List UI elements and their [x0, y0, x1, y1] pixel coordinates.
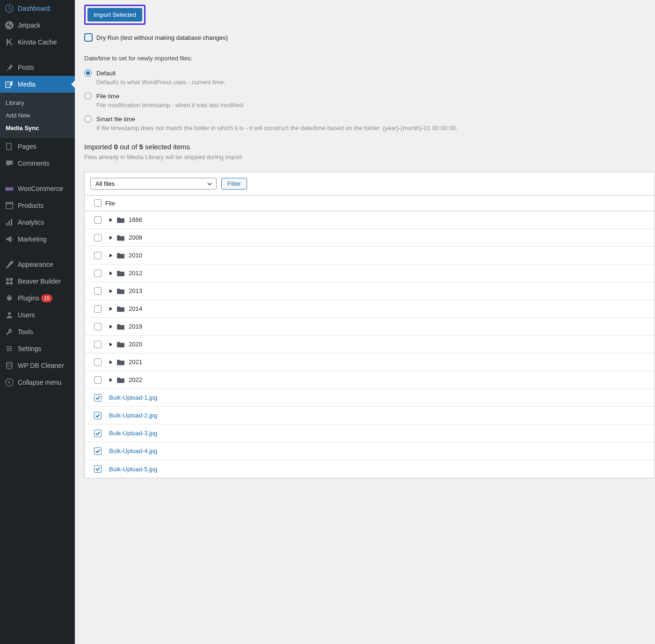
- table-row: 1666: [85, 211, 655, 229]
- folder-name[interactable]: 2013: [116, 287, 649, 294]
- status-done: 0: [114, 143, 117, 151]
- svg-text:WOO: WOO: [6, 188, 13, 190]
- row-checkbox[interactable]: [94, 305, 102, 313]
- sidebar-item-dashboard[interactable]: Dashboard: [0, 0, 75, 17]
- sidebar-item-marketing[interactable]: Marketing: [0, 231, 75, 248]
- sidebar-item-products[interactable]: Products: [0, 197, 75, 214]
- row-checkbox[interactable]: [94, 287, 102, 295]
- import-selected-button[interactable]: Import Selected: [87, 8, 142, 22]
- expand-toggle[interactable]: [105, 235, 116, 240]
- row-checkbox[interactable]: [94, 323, 102, 330]
- sidebar-item-kinsta-cache[interactable]: Kinsta Cache: [0, 34, 75, 51]
- row-checkbox[interactable]: [94, 359, 102, 366]
- svg-rect-3: [7, 143, 11, 150]
- sidebar-item-tools[interactable]: Tools: [0, 323, 75, 340]
- folder-name[interactable]: 2020: [116, 341, 649, 348]
- file-link[interactable]: Bulk-Upload-2.jpg: [109, 412, 157, 419]
- sidebar-item-settings[interactable]: Settings: [0, 340, 75, 357]
- table-row: 2012: [85, 264, 655, 282]
- file-link[interactable]: Bulk-Upload-1.jpg: [109, 394, 157, 401]
- folder-name[interactable]: 2019: [116, 323, 649, 330]
- sidebar-item-analytics[interactable]: Analytics: [0, 214, 75, 231]
- sidebar-item-wp-db-cleaner[interactable]: WP DB Cleaner: [0, 357, 75, 374]
- row-checkbox[interactable]: [94, 412, 102, 419]
- folder-name[interactable]: 2012: [116, 270, 649, 277]
- folder-name[interactable]: 2022: [116, 376, 649, 383]
- expand-icon: [109, 289, 113, 293]
- expand-toggle[interactable]: [105, 271, 116, 276]
- file-link[interactable]: Bulk-Upload-5.jpg: [109, 466, 157, 473]
- folder-icon: [116, 234, 125, 241]
- sidebar-item-label: Beaver Builder: [18, 278, 61, 285]
- dashboard-icon: [5, 4, 14, 13]
- row-checkbox[interactable]: [94, 376, 102, 384]
- dry-run-row: Dry Run (test without making database ch…: [84, 33, 655, 42]
- settings-icon: [5, 344, 14, 353]
- filter-button[interactable]: Filter: [221, 178, 247, 190]
- date-radio-label: Smart file time: [96, 116, 135, 123]
- row-checkbox[interactable]: [94, 465, 102, 473]
- sidebar-item-posts[interactable]: Posts: [0, 59, 75, 76]
- sidebar-item-collapse-menu[interactable]: Collapse menu: [0, 374, 75, 391]
- row-checkbox[interactable]: [94, 216, 102, 224]
- sidebar-item-label: Plugins: [18, 294, 39, 302]
- expand-icon: [109, 271, 113, 276]
- expand-toggle[interactable]: [105, 253, 116, 258]
- sidebar-item-beaver-builder[interactable]: Beaver Builder: [0, 273, 75, 290]
- folder-name[interactable]: 2021: [116, 359, 649, 366]
- svg-rect-14: [10, 278, 13, 281]
- row-checkbox[interactable]: [94, 252, 102, 259]
- submenu-item-library[interactable]: Library: [0, 96, 75, 109]
- expand-toggle[interactable]: [105, 342, 116, 347]
- row-checkbox[interactable]: [94, 341, 102, 348]
- table-row: 2020: [85, 336, 655, 353]
- file-link[interactable]: Bulk-Upload-4.jpg: [109, 447, 157, 454]
- sidebar-item-appearance[interactable]: Appearance: [0, 256, 75, 273]
- select-all-checkbox[interactable]: [94, 199, 102, 207]
- sidebar-item-media[interactable]: Media: [0, 76, 75, 93]
- svg-point-22: [6, 379, 13, 386]
- table-row: 2010: [85, 247, 655, 264]
- sidebar-item-pages[interactable]: Pages: [0, 138, 75, 155]
- sidebar-item-label: Media: [18, 80, 36, 88]
- row-checkbox[interactable]: [94, 234, 102, 242]
- expand-toggle[interactable]: [105, 289, 116, 293]
- submenu-item-media-sync[interactable]: Media Sync: [0, 122, 75, 134]
- dry-run-checkbox[interactable]: [84, 33, 93, 42]
- expand-toggle[interactable]: [105, 378, 116, 382]
- sidebar-item-jetpack[interactable]: Jetpack: [0, 17, 75, 34]
- sidebar-item-plugins[interactable]: Plugins15: [0, 290, 75, 307]
- sidebar-item-woocommerce[interactable]: WOOWooCommerce: [0, 180, 75, 197]
- date-radio-1[interactable]: [84, 92, 92, 100]
- submenu-item-add-new[interactable]: Add New: [0, 109, 75, 122]
- marketing-icon: [5, 234, 14, 244]
- row-checkbox[interactable]: [94, 270, 102, 277]
- table-row: 2014: [85, 300, 655, 318]
- filter-bar: All files Filter: [85, 172, 655, 196]
- comments-icon: [5, 159, 14, 168]
- svg-rect-15: [6, 282, 9, 285]
- sidebar-item-comments[interactable]: Comments: [0, 155, 75, 172]
- date-radio-2[interactable]: [84, 115, 92, 123]
- date-section-label: Date/time to set for newly imported file…: [84, 55, 655, 62]
- expand-toggle[interactable]: [105, 307, 116, 311]
- expand-toggle[interactable]: [105, 324, 116, 329]
- date-radio-0[interactable]: [84, 69, 92, 77]
- status-suffix: selected items: [143, 143, 190, 151]
- expand-icon: [109, 324, 113, 329]
- expand-toggle[interactable]: [105, 218, 116, 222]
- row-checkbox[interactable]: [94, 447, 102, 455]
- filter-select[interactable]: All files: [90, 178, 217, 190]
- expand-toggle[interactable]: [105, 360, 116, 365]
- row-checkbox[interactable]: [94, 394, 102, 402]
- sidebar-item-label: Kinsta Cache: [18, 38, 57, 46]
- file-link[interactable]: Bulk-Upload-3.jpg: [109, 430, 157, 437]
- folder-icon: [116, 341, 125, 348]
- sidebar-item-users[interactable]: Users: [0, 307, 75, 323]
- folder-name[interactable]: 2010: [116, 252, 649, 259]
- folder-name[interactable]: 2008: [116, 234, 649, 241]
- row-checkbox[interactable]: [94, 430, 102, 437]
- folder-name[interactable]: 2014: [116, 305, 649, 312]
- folder-name[interactable]: 1666: [116, 216, 649, 223]
- woo-icon: WOO: [5, 184, 14, 193]
